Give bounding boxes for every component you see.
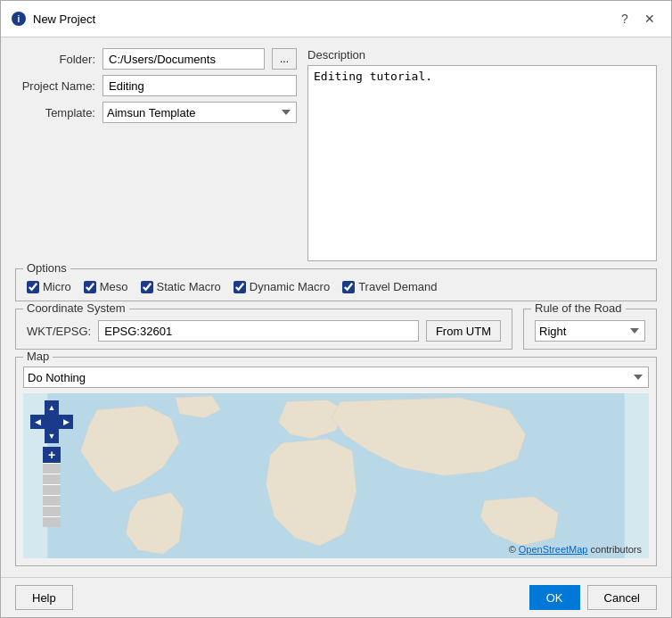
zoom-tick-5	[43, 506, 61, 516]
dialog-content: Folder: ... Project Name: Template: Aims…	[1, 37, 671, 577]
nav-right-button[interactable]: ▶	[59, 415, 73, 429]
dialog-title: New Project	[33, 12, 95, 26]
options-group-title: Options	[23, 261, 70, 275]
nav-center	[45, 415, 59, 429]
new-project-dialog: i New Project ? ✕ Folder: ... Project Na…	[0, 0, 672, 618]
osm-credit: © OpenStreetMap contributors	[509, 544, 642, 555]
left-fields: Folder: ... Project Name: Template: Aims…	[15, 48, 297, 261]
meso-checkbox-item[interactable]: Meso	[84, 280, 128, 293]
help-icon-btn[interactable]: ?	[614, 8, 635, 29]
rule-select[interactable]: Right Left	[535, 320, 645, 342]
description-label: Description	[307, 48, 657, 62]
map-group-title: Map	[23, 350, 53, 363]
app-icon: i	[12, 12, 26, 26]
zoom-slider	[43, 463, 61, 527]
description-textarea[interactable]: Editing tutorial.	[307, 65, 657, 261]
options-group: Options Micro Meso Static Macro Dynamic …	[15, 268, 657, 301]
wkt-input[interactable]	[98, 320, 419, 342]
dynamic-macro-label: Dynamic Macro	[250, 280, 330, 293]
map-section: Map Do Nothing	[15, 357, 657, 566]
rule-group-title: Rule of the Road	[531, 301, 626, 315]
project-name-row: Project Name:	[15, 75, 297, 96]
rule-inner: Right Left	[535, 320, 645, 342]
description-section: Description Editing tutorial.	[307, 48, 657, 261]
top-section: Folder: ... Project Name: Template: Aims…	[15, 48, 657, 261]
zoom-tick-3	[43, 484, 61, 495]
micro-label: Micro	[43, 280, 71, 293]
folder-row: Folder: ...	[15, 48, 297, 70]
osm-suffix: contributors	[587, 544, 642, 555]
rule-of-road-group: Rule of the Road Right Left	[523, 309, 657, 350]
micro-checkbox-item[interactable]: Micro	[27, 280, 71, 293]
world-map-svg	[23, 393, 649, 558]
coordinate-system-group: Coordinate System WKT/EPSG: From UTM	[15, 309, 512, 350]
title-bar-controls: ? ✕	[614, 8, 660, 29]
travel-demand-checkbox[interactable]	[342, 281, 355, 293]
from-utm-button[interactable]: From UTM	[426, 320, 501, 342]
travel-demand-checkbox-item[interactable]: Travel Demand	[342, 280, 437, 293]
static-macro-label: Static Macro	[157, 280, 221, 293]
zoom-tick-6	[43, 516, 61, 527]
micro-checkbox[interactable]	[27, 281, 39, 293]
nav-left-button[interactable]: ◀	[30, 415, 45, 429]
static-macro-checkbox[interactable]	[141, 281, 153, 293]
project-name-label: Project Name:	[15, 79, 95, 93]
travel-demand-label: Travel Demand	[358, 280, 437, 293]
navigation-cross: ▲ ◀ ▶ ▼	[30, 400, 73, 443]
dynamic-macro-checkbox-item[interactable]: Dynamic Macro	[234, 280, 330, 293]
map-select[interactable]: Do Nothing	[23, 367, 649, 388]
meso-checkbox[interactable]	[84, 281, 96, 293]
map-dropdown-row: Do Nothing	[16, 358, 656, 393]
coord-rule-row: Coordinate System WKT/EPSG: From UTM Rul…	[15, 309, 657, 350]
folder-input[interactable]	[102, 48, 265, 70]
coord-group-title: Coordinate System	[23, 301, 129, 315]
browse-button[interactable]: ...	[272, 48, 297, 70]
ok-button[interactable]: OK	[529, 585, 580, 610]
zoom-controls: +	[43, 447, 61, 527]
meso-label: Meso	[100, 280, 128, 293]
dynamic-macro-checkbox[interactable]	[234, 281, 246, 293]
nav-down-button[interactable]: ▼	[45, 429, 59, 443]
template-label: Template:	[15, 106, 95, 119]
project-name-input[interactable]	[102, 75, 297, 96]
template-row: Template: Aimsun Template	[15, 102, 297, 123]
title-bar: i New Project ? ✕	[1, 1, 671, 37]
coord-inner: WKT/EPSG: From UTM	[27, 320, 501, 342]
zoom-tick-1	[43, 463, 61, 474]
folder-label: Folder:	[15, 53, 95, 66]
zoom-in-button[interactable]: +	[43, 447, 61, 463]
help-button[interactable]: Help	[15, 585, 73, 610]
osm-link[interactable]: OpenStreetMap	[519, 544, 588, 555]
checkboxes-row: Micro Meso Static Macro Dynamic Macro Tr…	[27, 280, 645, 293]
template-select[interactable]: Aimsun Template	[102, 102, 297, 123]
static-macro-checkbox-item[interactable]: Static Macro	[141, 280, 221, 293]
osm-copyright: ©	[509, 544, 519, 555]
nav-up-button[interactable]: ▲	[45, 400, 59, 415]
close-button[interactable]: ✕	[639, 8, 660, 29]
map-controls: ▲ ◀ ▶ ▼	[30, 400, 73, 527]
zoom-tick-4	[43, 495, 61, 506]
zoom-tick-2	[43, 474, 61, 484]
title-bar-left: i New Project	[12, 12, 95, 26]
wkt-label: WKT/EPSG:	[27, 325, 91, 338]
footer: Help OK Cancel	[1, 577, 671, 617]
map-background: ▲ ◀ ▶ ▼	[23, 393, 649, 558]
map-container: ▲ ◀ ▶ ▼	[23, 393, 649, 558]
cancel-button[interactable]: Cancel	[587, 585, 657, 610]
footer-right: OK Cancel	[529, 585, 657, 610]
